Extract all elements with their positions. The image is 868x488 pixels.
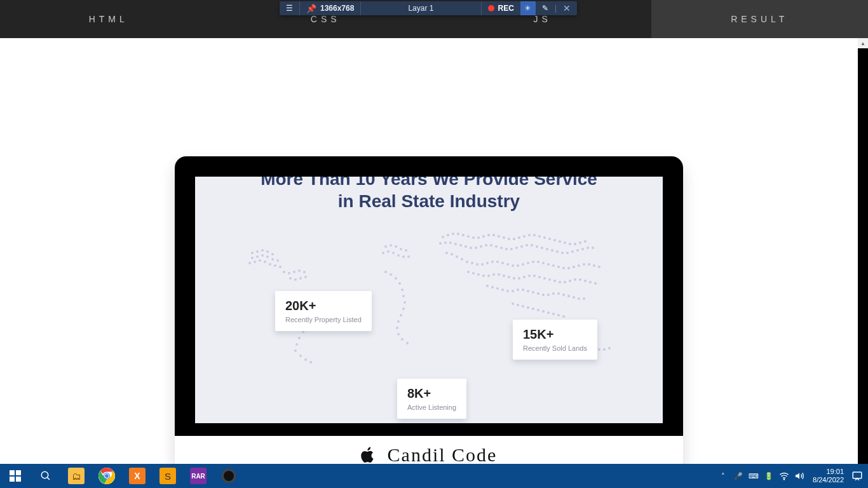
tray-volume[interactable] (792, 464, 806, 488)
svg-point-161 (492, 273, 495, 276)
taskbar-file-explorer[interactable]: 🗂 (61, 464, 92, 488)
svg-point-97 (454, 243, 457, 245)
taskbar-winrar[interactable]: RAR (183, 464, 214, 488)
sublime-icon: S (159, 468, 176, 484)
svg-point-25 (299, 277, 302, 280)
svg-point-118 (561, 252, 564, 254)
search-button[interactable] (31, 464, 61, 488)
svg-point-80 (518, 236, 520, 239)
svg-point-130 (471, 262, 473, 264)
svg-point-23 (289, 277, 292, 280)
tab-html[interactable]: HTML (0, 0, 217, 38)
recorder-capture-button[interactable]: ☀ (520, 1, 536, 15)
taskbar-xampp[interactable]: X (122, 464, 153, 488)
svg-point-11 (248, 262, 251, 264)
svg-point-206 (532, 308, 534, 310)
taskbar-obs[interactable] (214, 464, 244, 488)
svg-point-179 (584, 280, 587, 282)
svg-point-65 (442, 236, 444, 238)
tray-wifi[interactable] (777, 464, 791, 488)
svg-point-181 (594, 282, 597, 285)
recorder-rec-label: REC (498, 4, 514, 13)
svg-point-21 (298, 269, 301, 272)
recorder-dimensions[interactable]: 📌 868x488 (300, 1, 360, 15)
svg-point-103 (485, 244, 487, 247)
monitor-chin: Candil Code (175, 436, 683, 464)
svg-point-178 (579, 278, 581, 281)
svg-point-73 (482, 235, 485, 238)
svg-point-137 (506, 263, 509, 266)
svg-point-96 (449, 241, 452, 244)
tray-overflow[interactable]: ˄ (716, 464, 730, 488)
svg-point-177 (574, 278, 576, 281)
taskbar-sublime[interactable]: S (153, 464, 183, 488)
pencil-icon[interactable]: ✎ (542, 4, 548, 13)
svg-point-40 (384, 245, 387, 248)
stat-card-active: 8K+ Active Listening (397, 379, 466, 419)
svg-point-188 (517, 288, 519, 291)
action-center[interactable] (850, 464, 864, 488)
scrollbar-up-button[interactable]: ▲ (858, 38, 868, 48)
tray-battery[interactable]: 🔋 (762, 464, 776, 488)
svg-point-119 (566, 252, 569, 254)
svg-point-176 (569, 280, 571, 282)
svg-point-35 (295, 343, 298, 346)
svg-point-138 (512, 264, 514, 267)
svg-point-124 (592, 247, 594, 249)
svg-point-36 (294, 349, 297, 352)
svg-point-222 (608, 347, 611, 349)
tray-ime[interactable]: ⌨ (747, 464, 761, 488)
svg-point-17 (279, 266, 281, 268)
screen-recorder-bar[interactable]: ☰ 📌 868x488 Layar 1 REC ☀ ✎ | ✕ (280, 1, 577, 15)
svg-point-185 (501, 288, 504, 291)
recorder-screen-select[interactable]: Layar 1 (361, 1, 480, 15)
svg-point-117 (556, 250, 559, 253)
battery-icon: 🔋 (764, 472, 773, 480)
tray-mic[interactable]: 🎤 (731, 464, 745, 488)
svg-point-42 (395, 245, 397, 248)
start-button[interactable] (0, 464, 31, 488)
svg-point-69 (462, 234, 465, 236)
svg-point-43 (400, 248, 402, 250)
taskbar-clock[interactable]: 19:01 8/24/2022 (808, 468, 849, 484)
close-icon[interactable]: ✕ (563, 3, 571, 13)
mic-icon: 🎤 (734, 472, 743, 480)
svg-point-158 (477, 273, 480, 276)
svg-point-187 (512, 290, 514, 292)
svg-point-59 (400, 314, 402, 316)
svg-point-233 (105, 474, 109, 478)
svg-point-16 (274, 264, 276, 267)
svg-point-34 (298, 337, 301, 339)
svg-point-112 (531, 244, 533, 247)
svg-point-57 (403, 301, 406, 304)
svg-point-134 (491, 261, 494, 263)
recorder-menu[interactable]: ☰ (280, 1, 299, 15)
svg-point-3 (266, 250, 269, 253)
svg-point-47 (392, 252, 395, 254)
svg-point-0 (251, 252, 254, 254)
svg-point-106 (500, 247, 503, 249)
recorder-record-button[interactable]: REC (482, 1, 520, 15)
svg-point-143 (537, 261, 539, 263)
svg-point-122 (581, 248, 584, 250)
svg-point-164 (508, 276, 510, 278)
svg-point-127 (456, 255, 458, 258)
svg-point-128 (461, 258, 463, 261)
notification-icon (851, 470, 863, 482)
svg-point-136 (501, 262, 504, 264)
svg-point-72 (477, 236, 480, 239)
svg-point-79 (513, 238, 515, 240)
stat-label: Recently Sold Lands (523, 344, 587, 352)
pin-icon: 📌 (306, 4, 316, 13)
svg-line-228 (47, 477, 50, 480)
svg-point-13 (259, 259, 261, 262)
tab-result[interactable]: RESULT (651, 0, 869, 38)
svg-point-154 (593, 264, 595, 267)
recorder-dimensions-text: 868x488 (320, 4, 354, 13)
svg-point-126 (451, 253, 453, 255)
svg-point-166 (518, 277, 520, 280)
svg-point-183 (491, 286, 494, 288)
svg-point-132 (481, 263, 484, 266)
recorder-screen-label: Layar 1 (408, 4, 433, 13)
taskbar-chrome[interactable] (92, 464, 122, 488)
